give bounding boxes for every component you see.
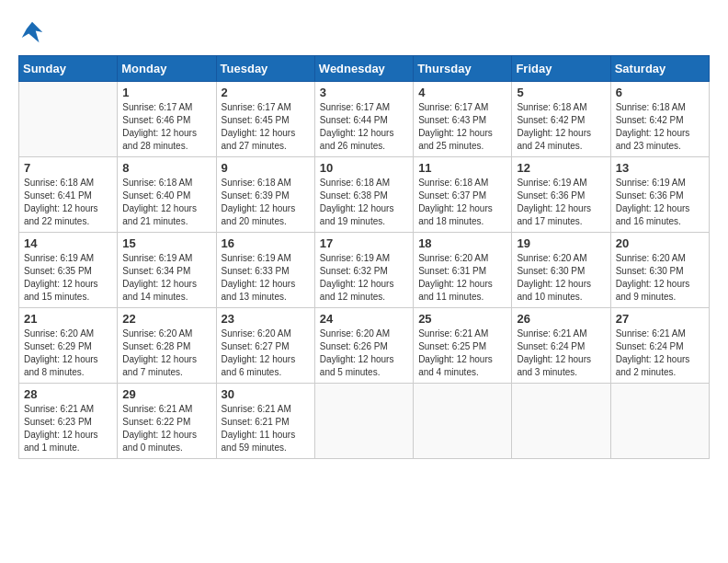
calendar-cell: 8Sunrise: 6:18 AMSunset: 6:40 PMDaylight… (118, 157, 216, 233)
weekday-header-sunday: Sunday (19, 56, 118, 82)
calendar-cell: 29Sunrise: 6:21 AMSunset: 6:22 PMDayligh… (118, 384, 216, 459)
calendar-cell: 26Sunrise: 6:21 AMSunset: 6:24 PMDayligh… (512, 308, 610, 384)
calendar-cell: 25Sunrise: 6:21 AMSunset: 6:25 PMDayligh… (414, 308, 512, 384)
day-number: 19 (517, 236, 605, 250)
calendar-cell (414, 384, 512, 459)
calendar-cell (314, 384, 413, 459)
calendar-cell: 12Sunrise: 6:19 AMSunset: 6:36 PMDayligh… (512, 157, 610, 233)
calendar-cell: 4Sunrise: 6:17 AMSunset: 6:43 PMDaylight… (414, 82, 512, 157)
day-number: 8 (122, 161, 210, 175)
day-number: 22 (122, 312, 210, 326)
calendar-cell: 14Sunrise: 6:19 AMSunset: 6:35 PMDayligh… (19, 233, 118, 308)
day-number: 24 (320, 312, 408, 326)
day-info: Sunrise: 6:18 AMSunset: 6:42 PMDaylight:… (616, 101, 704, 153)
calendar-week-1: 1Sunrise: 6:17 AMSunset: 6:46 PMDaylight… (19, 82, 710, 157)
calendar-week-3: 14Sunrise: 6:19 AMSunset: 6:35 PMDayligh… (19, 233, 710, 308)
calendar-cell: 17Sunrise: 6:19 AMSunset: 6:32 PMDayligh… (314, 233, 413, 308)
weekday-header-monday: Monday (118, 56, 216, 82)
calendar-cell: 11Sunrise: 6:18 AMSunset: 6:37 PMDayligh… (414, 157, 512, 233)
day-info: Sunrise: 6:17 AMSunset: 6:46 PMDaylight:… (122, 101, 210, 153)
day-info: Sunrise: 6:18 AMSunset: 6:39 PMDaylight:… (222, 177, 310, 228)
calendar-cell: 1Sunrise: 6:17 AMSunset: 6:46 PMDaylight… (118, 82, 216, 157)
weekday-header-wednesday: Wednesday (314, 56, 413, 82)
day-info: Sunrise: 6:18 AMSunset: 6:38 PMDaylight:… (320, 177, 408, 228)
calendar-cell: 2Sunrise: 6:17 AMSunset: 6:45 PMDaylight… (216, 82, 314, 157)
day-info: Sunrise: 6:21 AMSunset: 6:21 PMDaylight:… (222, 403, 310, 454)
day-number: 16 (222, 236, 310, 250)
day-number: 14 (24, 236, 112, 250)
day-info: Sunrise: 6:20 AMSunset: 6:27 PMDaylight:… (222, 327, 310, 379)
day-info: Sunrise: 6:19 AMSunset: 6:36 PMDaylight:… (517, 177, 605, 228)
calendar-cell: 24Sunrise: 6:20 AMSunset: 6:26 PMDayligh… (314, 308, 413, 384)
calendar-cell: 30Sunrise: 6:21 AMSunset: 6:21 PMDayligh… (216, 384, 314, 459)
weekday-header-thursday: Thursday (414, 56, 512, 82)
calendar-cell: 20Sunrise: 6:20 AMSunset: 6:30 PMDayligh… (610, 233, 709, 308)
calendar-cell (19, 82, 118, 157)
day-number: 11 (418, 161, 506, 175)
calendar-cell: 13Sunrise: 6:19 AMSunset: 6:36 PMDayligh… (610, 157, 709, 233)
day-info: Sunrise: 6:21 AMSunset: 6:24 PMDaylight:… (517, 327, 605, 379)
calendar-cell: 5Sunrise: 6:18 AMSunset: 6:42 PMDaylight… (512, 82, 610, 157)
day-number: 21 (24, 312, 112, 326)
day-info: Sunrise: 6:18 AMSunset: 6:42 PMDaylight:… (517, 101, 605, 153)
day-number: 29 (122, 387, 210, 401)
day-info: Sunrise: 6:20 AMSunset: 6:26 PMDaylight:… (320, 327, 408, 379)
day-info: Sunrise: 6:21 AMSunset: 6:25 PMDaylight:… (418, 327, 506, 379)
day-info: Sunrise: 6:21 AMSunset: 6:23 PMDaylight:… (24, 403, 112, 454)
day-info: Sunrise: 6:19 AMSunset: 6:34 PMDaylight:… (122, 252, 210, 304)
day-number: 26 (517, 312, 605, 326)
day-number: 2 (222, 86, 310, 99)
day-info: Sunrise: 6:20 AMSunset: 6:30 PMDaylight:… (517, 252, 605, 304)
calendar-cell: 19Sunrise: 6:20 AMSunset: 6:30 PMDayligh… (512, 233, 610, 308)
calendar-week-5: 28Sunrise: 6:21 AMSunset: 6:23 PMDayligh… (19, 384, 710, 459)
logo-icon (18, 18, 46, 46)
day-info: Sunrise: 6:19 AMSunset: 6:35 PMDaylight:… (24, 252, 112, 304)
calendar-cell: 18Sunrise: 6:20 AMSunset: 6:31 PMDayligh… (414, 233, 512, 308)
day-info: Sunrise: 6:18 AMSunset: 6:41 PMDaylight:… (24, 177, 112, 228)
day-number: 7 (24, 161, 112, 175)
weekday-header-saturday: Saturday (610, 56, 709, 82)
weekday-header-friday: Friday (512, 56, 610, 82)
day-number: 9 (222, 161, 310, 175)
calendar-cell: 7Sunrise: 6:18 AMSunset: 6:41 PMDaylight… (19, 157, 118, 233)
logo (18, 18, 50, 46)
day-number: 5 (517, 86, 605, 99)
day-number: 4 (418, 86, 506, 99)
day-number: 3 (320, 86, 408, 99)
day-info: Sunrise: 6:21 AMSunset: 6:24 PMDaylight:… (616, 327, 704, 379)
calendar-table: SundayMondayTuesdayWednesdayThursdayFrid… (18, 55, 710, 459)
day-info: Sunrise: 6:18 AMSunset: 6:40 PMDaylight:… (122, 177, 210, 228)
day-info: Sunrise: 6:20 AMSunset: 6:28 PMDaylight:… (122, 327, 210, 379)
day-number: 27 (616, 312, 704, 326)
day-info: Sunrise: 6:20 AMSunset: 6:31 PMDaylight:… (418, 252, 506, 304)
day-info: Sunrise: 6:21 AMSunset: 6:22 PMDaylight:… (122, 403, 210, 454)
day-info: Sunrise: 6:19 AMSunset: 6:36 PMDaylight:… (616, 177, 704, 228)
calendar-cell: 10Sunrise: 6:18 AMSunset: 6:38 PMDayligh… (314, 157, 413, 233)
weekday-header-row: SundayMondayTuesdayWednesdayThursdayFrid… (19, 56, 710, 82)
day-number: 10 (320, 161, 408, 175)
day-number: 30 (222, 387, 310, 401)
day-number: 1 (122, 86, 210, 99)
day-number: 15 (122, 236, 210, 250)
day-info: Sunrise: 6:20 AMSunset: 6:29 PMDaylight:… (24, 327, 112, 379)
calendar-cell: 3Sunrise: 6:17 AMSunset: 6:44 PMDaylight… (314, 82, 413, 157)
weekday-header-tuesday: Tuesday (216, 56, 314, 82)
calendar-cell: 22Sunrise: 6:20 AMSunset: 6:28 PMDayligh… (118, 308, 216, 384)
day-number: 12 (517, 161, 605, 175)
day-number: 18 (418, 236, 506, 250)
day-number: 13 (616, 161, 704, 175)
calendar-cell: 9Sunrise: 6:18 AMSunset: 6:39 PMDaylight… (216, 157, 314, 233)
page-header (18, 18, 710, 46)
day-info: Sunrise: 6:17 AMSunset: 6:45 PMDaylight:… (222, 101, 310, 153)
calendar-cell: 28Sunrise: 6:21 AMSunset: 6:23 PMDayligh… (19, 384, 118, 459)
day-info: Sunrise: 6:19 AMSunset: 6:33 PMDaylight:… (222, 252, 310, 304)
calendar-week-4: 21Sunrise: 6:20 AMSunset: 6:29 PMDayligh… (19, 308, 710, 384)
calendar-cell: 16Sunrise: 6:19 AMSunset: 6:33 PMDayligh… (216, 233, 314, 308)
day-info: Sunrise: 6:19 AMSunset: 6:32 PMDaylight:… (320, 252, 408, 304)
day-number: 6 (616, 86, 704, 99)
calendar-cell: 23Sunrise: 6:20 AMSunset: 6:27 PMDayligh… (216, 308, 314, 384)
svg-marker-0 (22, 22, 43, 43)
day-info: Sunrise: 6:17 AMSunset: 6:43 PMDaylight:… (418, 101, 506, 153)
day-number: 17 (320, 236, 408, 250)
day-info: Sunrise: 6:20 AMSunset: 6:30 PMDaylight:… (616, 252, 704, 304)
